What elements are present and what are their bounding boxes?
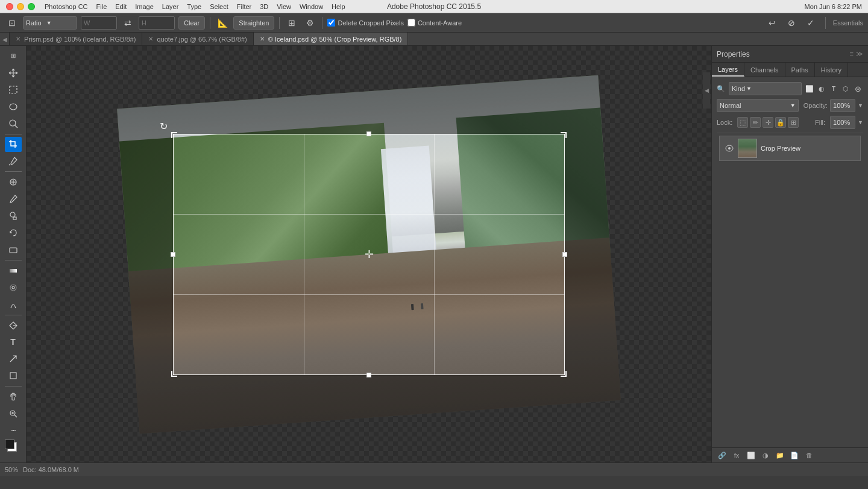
menu-layer[interactable]: Layer xyxy=(162,3,179,10)
delete-cropped-checkbox[interactable]: Delete Cropped Pixels xyxy=(327,19,403,27)
menu-window[interactable]: Window xyxy=(300,3,323,10)
clear-button[interactable]: Clear xyxy=(178,16,205,30)
fill-input[interactable] xyxy=(830,116,855,129)
shape-filter-icon[interactable]: ⬡ xyxy=(840,83,851,94)
handle-top-right[interactable] xyxy=(561,132,567,138)
path-select-tool[interactable] xyxy=(5,351,22,367)
swap-dimensions-icon[interactable]: ⇄ xyxy=(121,16,135,30)
menu-edit[interactable]: Edit xyxy=(115,3,127,10)
crop-tool[interactable] xyxy=(5,137,22,153)
hand-tool[interactable] xyxy=(5,389,22,405)
shape-tool[interactable] xyxy=(5,368,22,383)
clone-stamp-tool[interactable] xyxy=(5,208,22,224)
new-adjustment-icon[interactable]: ◑ xyxy=(760,450,771,460)
quick-select-tool[interactable] xyxy=(5,116,22,131)
history-brush-tool[interactable] xyxy=(5,225,22,241)
foreground-background-colors[interactable] xyxy=(5,440,22,456)
link-layers-icon[interactable]: 🔗 xyxy=(717,450,728,460)
blend-mode-select[interactable]: Normal ▼ xyxy=(717,99,799,112)
tabs-collapse-left[interactable]: ◀ xyxy=(0,33,10,46)
handle-middle-left[interactable] xyxy=(171,252,175,257)
tab-history[interactable]: History xyxy=(815,63,848,77)
cancel-crop-icon[interactable]: ⊘ xyxy=(784,16,799,30)
panel-menu-icon[interactable]: ≡ xyxy=(850,50,854,58)
commit-crop-icon[interactable]: ✓ xyxy=(804,16,818,30)
rotation-cursor[interactable]: ↻ xyxy=(160,121,168,132)
tab-channels[interactable]: Channels xyxy=(744,63,785,77)
content-aware-input[interactable] xyxy=(407,19,415,27)
text-tool[interactable]: T xyxy=(5,335,22,350)
tab-close-prism[interactable]: ✕ xyxy=(16,36,20,42)
tab-close-iceland[interactable]: ✕ xyxy=(260,36,265,42)
add-mask-icon[interactable]: ⬜ xyxy=(746,450,756,460)
menu-help[interactable]: Help xyxy=(332,3,345,10)
handle-bottom-center[interactable] xyxy=(366,373,371,377)
menu-select[interactable]: Select xyxy=(210,3,228,10)
canvas-area[interactable]: ↻ ✛ xyxy=(27,46,711,462)
adjustment-filter-icon[interactable]: ◐ xyxy=(816,83,827,94)
opacity-input[interactable] xyxy=(830,99,855,112)
lock-all-icon[interactable]: 🔒 xyxy=(775,117,786,128)
lock-artboard-icon[interactable]: ✛ xyxy=(763,117,773,128)
kind-filter-select[interactable]: Kind ▼ xyxy=(729,82,802,95)
layer-item-crop-preview[interactable]: Crop Preview xyxy=(719,136,861,161)
foreground-color[interactable] xyxy=(5,440,14,449)
lock-extra-icon[interactable]: ⊞ xyxy=(788,117,799,128)
panel-collapse-left[interactable]: ◀ xyxy=(703,72,710,109)
height-input[interactable] xyxy=(139,16,175,30)
handle-bottom-left[interactable] xyxy=(171,371,177,377)
eyedropper-tool[interactable] xyxy=(5,153,22,169)
panel-expand-icon[interactable]: ≫ xyxy=(856,50,863,58)
undo-icon[interactable]: ↩ xyxy=(765,16,779,30)
smart-filter-icon[interactable]: ⊛ xyxy=(852,83,863,94)
delete-layer-icon[interactable]: 🗑 xyxy=(804,450,814,460)
opacity-dropdown[interactable]: ▼ xyxy=(858,103,863,109)
extra-tools[interactable]: ··· xyxy=(5,423,22,438)
maximize-button[interactable] xyxy=(28,3,35,10)
pen-tool[interactable] xyxy=(5,318,22,333)
lock-position-icon[interactable]: ✏ xyxy=(750,117,761,128)
eraser-tool[interactable] xyxy=(5,242,22,257)
minimize-button[interactable] xyxy=(17,3,24,10)
menu-filter[interactable]: Filter xyxy=(237,3,251,10)
lasso-tool[interactable] xyxy=(5,99,22,115)
handle-bottom-right[interactable] xyxy=(561,371,567,377)
pixel-filter-icon[interactable]: ⬜ xyxy=(804,83,815,94)
handle-top-center[interactable] xyxy=(366,131,371,136)
menu-file[interactable]: File xyxy=(96,3,107,10)
healing-brush-tool[interactable] xyxy=(5,174,22,190)
menu-3d[interactable]: 3D xyxy=(260,3,268,10)
tab-prism[interactable]: ✕ Prism.psd @ 100% (Iceland, RGB/8#) xyxy=(10,33,142,45)
move-tool[interactable] xyxy=(5,65,22,81)
menu-image[interactable]: Image xyxy=(135,3,154,10)
handle-middle-right[interactable] xyxy=(562,252,567,257)
crop-overlay-container[interactable]: ↻ ✛ xyxy=(173,134,565,375)
width-input[interactable] xyxy=(81,16,117,30)
gradient-tool[interactable] xyxy=(5,263,22,279)
new-group-icon[interactable]: 📁 xyxy=(775,450,785,460)
grid-icon[interactable]: ⊞ xyxy=(285,16,299,30)
brush-tool[interactable] xyxy=(5,191,22,207)
close-button[interactable] xyxy=(6,3,13,10)
blur-tool[interactable] xyxy=(5,280,22,295)
fill-dropdown[interactable]: ▼ xyxy=(858,119,863,125)
handle-top-left[interactable] xyxy=(171,132,177,138)
delete-cropped-input[interactable] xyxy=(327,19,335,27)
new-layer-icon[interactable]: 📄 xyxy=(789,450,800,460)
lock-pixels-icon[interactable]: ⬚ xyxy=(737,117,748,128)
content-aware-checkbox[interactable]: Content-Aware xyxy=(407,19,462,27)
menu-view[interactable]: View xyxy=(277,3,291,10)
add-style-icon[interactable]: fx xyxy=(731,450,742,460)
expand-tools-icon[interactable]: ⊞ xyxy=(5,48,22,64)
tab-iceland[interactable]: ✕ © Iceland.psd @ 50% (Crop Preview, RGB… xyxy=(254,33,409,45)
menu-type[interactable]: Type xyxy=(187,3,201,10)
layer-visibility-icon[interactable] xyxy=(725,144,734,153)
tab-paths[interactable]: Paths xyxy=(785,63,815,77)
tab-quote7[interactable]: ✕ quote7.jpg @ 66.7% (RGB/8#) xyxy=(142,33,253,45)
tab-close-quote7[interactable]: ✕ xyxy=(148,36,153,42)
rectangle-select-tool[interactable] xyxy=(5,82,22,98)
type-filter-icon[interactable]: T xyxy=(828,83,839,94)
settings-icon[interactable]: ⚙ xyxy=(303,16,317,30)
tab-layers[interactable]: Layers xyxy=(712,63,744,77)
dodge-tool[interactable] xyxy=(5,297,22,312)
